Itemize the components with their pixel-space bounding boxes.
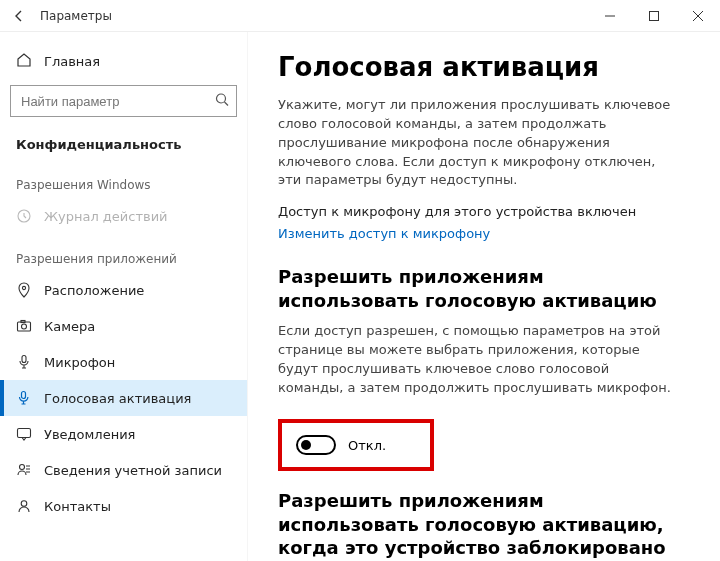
search-input[interactable] bbox=[10, 85, 237, 117]
maximize-button[interactable] bbox=[632, 0, 676, 32]
search-wrap bbox=[10, 85, 237, 117]
sidebar-item-account-info[interactable]: Сведения учетной записи bbox=[0, 452, 247, 488]
svg-point-13 bbox=[21, 501, 27, 507]
window-title: Параметры bbox=[40, 9, 112, 23]
svg-rect-11 bbox=[18, 429, 31, 438]
contacts-icon bbox=[16, 498, 32, 514]
svg-rect-9 bbox=[22, 356, 26, 363]
sidebar: Главная Конфиденциальность Разрешения Wi… bbox=[0, 32, 248, 561]
svg-rect-1 bbox=[650, 11, 659, 20]
svg-point-5 bbox=[22, 286, 25, 289]
sidebar-item-label: Журнал действий bbox=[44, 209, 168, 224]
sidebar-item-label: Голосовая активация bbox=[44, 391, 191, 406]
svg-point-2 bbox=[217, 94, 226, 103]
sidebar-current-section: Конфиденциальность bbox=[0, 129, 247, 160]
sidebar-item-label: Уведомления bbox=[44, 427, 135, 442]
toggle-highlight-box: Откл. bbox=[278, 419, 434, 471]
sidebar-item-notifications[interactable]: Уведомления bbox=[0, 416, 247, 452]
sidebar-item-camera[interactable]: Камера bbox=[0, 308, 247, 344]
minimize-button[interactable] bbox=[588, 0, 632, 32]
sidebar-item-location[interactable]: Расположение bbox=[0, 272, 247, 308]
svg-rect-6 bbox=[18, 322, 31, 331]
change-mic-access-link[interactable]: Изменить доступ к микрофону bbox=[278, 226, 490, 241]
section1-heading: Разрешить приложениям использовать голос… bbox=[278, 265, 678, 312]
arrow-left-icon bbox=[12, 9, 26, 23]
svg-point-7 bbox=[22, 324, 27, 329]
window-controls bbox=[588, 0, 720, 32]
intro-text: Укажите, могут ли приложения прослушиват… bbox=[278, 96, 678, 190]
history-icon bbox=[16, 208, 32, 224]
section1-desc: Если доступ разрешен, с помощью параметр… bbox=[278, 322, 678, 397]
section2-heading: Разрешить приложениям использовать голос… bbox=[278, 489, 678, 559]
sidebar-item-label: Сведения учетной записи bbox=[44, 463, 222, 478]
sidebar-home[interactable]: Главная bbox=[0, 44, 247, 79]
voice-icon bbox=[16, 390, 32, 406]
sidebar-item-voice-activation[interactable]: Голосовая активация bbox=[0, 380, 247, 416]
back-button[interactable] bbox=[10, 7, 28, 25]
account-icon bbox=[16, 462, 32, 478]
page-title: Голосовая активация bbox=[278, 52, 696, 82]
main-content: Голосовая активация Укажите, могут ли пр… bbox=[248, 32, 720, 561]
sidebar-item-label: Расположение bbox=[44, 283, 144, 298]
title-bar: Параметры bbox=[0, 0, 720, 32]
sidebar-group-windows: Разрешения Windows bbox=[0, 160, 247, 198]
sidebar-item-activity[interactable]: Журнал действий bbox=[0, 198, 247, 234]
mic-access-status: Доступ к микрофону для этого устройства … bbox=[278, 204, 696, 219]
location-icon bbox=[16, 282, 32, 298]
svg-line-3 bbox=[225, 102, 229, 106]
search-icon bbox=[215, 93, 229, 110]
sidebar-home-label: Главная bbox=[44, 54, 100, 69]
sidebar-item-label: Камера bbox=[44, 319, 95, 334]
sidebar-item-label: Контакты bbox=[44, 499, 111, 514]
microphone-icon bbox=[16, 354, 32, 370]
sidebar-group-apps: Разрешения приложений bbox=[0, 234, 247, 272]
sidebar-item-contacts[interactable]: Контакты bbox=[0, 488, 247, 524]
sidebar-item-label: Микрофон bbox=[44, 355, 115, 370]
notification-icon bbox=[16, 426, 32, 442]
toggle-label: Откл. bbox=[348, 438, 386, 453]
camera-icon bbox=[16, 318, 32, 334]
svg-rect-10 bbox=[22, 392, 26, 399]
voice-activation-toggle[interactable] bbox=[296, 435, 336, 455]
close-button[interactable] bbox=[676, 0, 720, 32]
home-icon bbox=[16, 52, 32, 71]
sidebar-item-microphone[interactable]: Микрофон bbox=[0, 344, 247, 380]
svg-point-12 bbox=[20, 465, 25, 470]
